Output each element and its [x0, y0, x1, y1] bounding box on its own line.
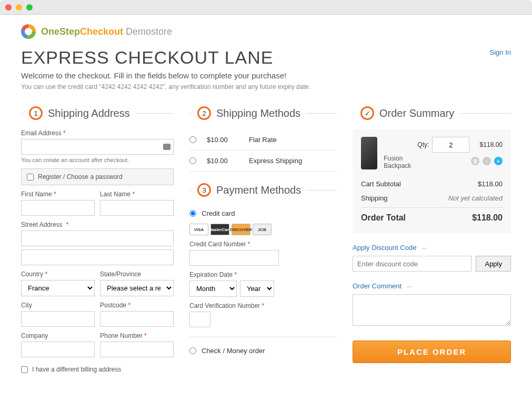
shipping-method-express[interactable]: $10.00 Express Shipping — [189, 151, 337, 172]
express-price: $10.00 — [207, 157, 238, 165]
first-name-label: First Name * — [21, 191, 95, 198]
discount-toggle[interactable]: Apply Discount Code ︿ — [353, 244, 511, 252]
city-input[interactable] — [21, 311, 95, 327]
visa-icon: VISA — [189, 224, 208, 235]
test-card-hint: You can use the credit card "4242 4242 4… — [21, 83, 511, 91]
register-label: Register / Choose a password — [38, 173, 123, 181]
grand-total-label: Order Total — [361, 213, 406, 223]
grand-total-row: Order Total $118.00 — [361, 207, 503, 226]
email-label: Email Address * — [21, 129, 174, 137]
shipping-method-flat-rate[interactable]: $10.00 Flat Rate — [189, 129, 337, 151]
window-minimize-dot[interactable] — [16, 4, 22, 11]
city-label: City — [21, 302, 95, 309]
first-name-input[interactable] — [21, 200, 95, 216]
window-close-dot[interactable] — [5, 4, 12, 11]
cvv-input[interactable] — [189, 312, 210, 327]
mastercard-icon: MasterCard — [210, 224, 229, 235]
shipping-address-title: Shipping Address — [48, 107, 130, 119]
chevron-up-icon: ︿ — [407, 282, 413, 290]
shipping-total-value: Not yet calculated — [448, 194, 503, 202]
logo-text-checkout: Checkout — [80, 26, 123, 37]
page-title: EXPRESS CHECKOUT LANE — [21, 47, 511, 68]
site-logo: OneStepCheckout Demostore — [21, 24, 511, 39]
credit-card-label: Credit card — [202, 209, 235, 217]
place-order-button[interactable]: PLACE ORDER — [353, 340, 511, 363]
shipping-address-head: 1 Shipping Address — [21, 106, 174, 120]
postcode-input[interactable] — [100, 311, 174, 327]
welcome-text: Welcome to the checkout. Fill in the fie… — [21, 71, 511, 80]
street-label: Street Address * — [21, 221, 174, 228]
cvv-label: Card Verification Number * — [189, 302, 337, 309]
apply-discount-button[interactable]: Apply — [476, 256, 511, 272]
step-badge-2: 2 — [197, 106, 211, 120]
cart-item: Fusion Backpack Qty: $118.00 🗑 − + — [361, 137, 503, 169]
register-toggle[interactable]: Register / Choose a password — [21, 168, 174, 185]
sign-in-link[interactable]: Sign In — [490, 48, 511, 56]
subtotal-label: Cart Subtotal — [361, 180, 401, 188]
last-name-label: Last Name * — [100, 191, 174, 198]
payment-divider — [189, 337, 337, 337]
window-maximize-dot[interactable] — [26, 4, 33, 11]
express-name: Express Shipping — [249, 157, 302, 165]
step-badge-check: ✓ — [360, 106, 374, 120]
subtotal-value: $118.00 — [478, 180, 503, 188]
subtotal-row: Cart Subtotal $118.00 — [361, 177, 503, 191]
credit-card-radio[interactable] — [189, 210, 196, 217]
order-comment-textarea[interactable] — [353, 294, 511, 326]
shipping-total-row: Shipping Not yet calculated — [361, 191, 503, 205]
step-badge-1: 1 — [29, 106, 43, 120]
company-input[interactable] — [21, 342, 95, 357]
diff-billing-checkbox[interactable] — [21, 366, 28, 373]
card-brand-icons: VISA MasterCard DISCOVER JCB — [189, 224, 337, 235]
discount-code-input[interactable] — [353, 256, 471, 272]
cc-number-input[interactable] — [189, 250, 279, 266]
shipping-radio-express[interactable] — [189, 157, 196, 164]
payment-method-check[interactable]: Check / Money order — [189, 344, 337, 358]
order-summary-title: Order Summary — [379, 107, 454, 119]
jcb-icon: JCB — [253, 224, 272, 235]
last-name-input[interactable] — [100, 200, 174, 216]
phone-label: Phone Number * — [100, 332, 174, 339]
state-label: State/Province — [100, 270, 174, 278]
qty-input[interactable] — [432, 137, 469, 153]
street-input-2[interactable] — [21, 249, 174, 265]
product-thumbnail — [361, 137, 377, 169]
logo-text-demostore: Demostore — [123, 26, 172, 37]
exp-year-select[interactable]: Year — [240, 280, 274, 297]
exp-date-label: Expiration Date * — [189, 271, 337, 278]
check-money-radio[interactable] — [189, 347, 196, 354]
chevron-up-icon: ︿ — [421, 244, 427, 252]
shipping-methods-title: Shipping Methods — [216, 107, 300, 119]
shipping-radio-flat[interactable] — [189, 136, 196, 143]
shipping-methods-head: 2 Shipping Methods — [189, 106, 337, 120]
state-select[interactable]: Please select a region, state or provinc… — [100, 280, 174, 296]
qty-label: Qty: — [417, 141, 429, 148]
payment-methods-title: Payment Methods — [216, 184, 301, 196]
order-comment-toggle[interactable]: Order Comment ︿ — [353, 282, 511, 290]
shipping-total-label: Shipping — [361, 194, 388, 202]
order-summary-box: Fusion Backpack Qty: $118.00 🗑 − + — [353, 129, 511, 233]
email-input[interactable] — [21, 139, 174, 155]
cc-number-label: Credit Card Number * — [189, 240, 337, 248]
step-badge-3: 3 — [197, 183, 211, 197]
country-select[interactable]: France — [21, 280, 95, 296]
discount-head-label: Apply Discount Code — [353, 244, 416, 252]
payment-method-credit-card[interactable]: Credit card — [189, 206, 337, 220]
autofill-icon — [163, 144, 170, 150]
qty-minus-icon[interactable]: − — [483, 157, 491, 165]
line-total: $118.00 — [480, 141, 503, 148]
exp-month-select[interactable]: Month — [189, 280, 237, 297]
remove-item-icon[interactable]: 🗑 — [471, 157, 479, 165]
flat-rate-name: Flat Rate — [249, 136, 277, 144]
register-checkbox[interactable] — [27, 174, 34, 181]
check-money-label: Check / Money order — [202, 347, 265, 355]
qty-plus-icon[interactable]: + — [494, 157, 503, 165]
street-input-1[interactable] — [21, 230, 174, 246]
flat-rate-price: $10.00 — [207, 136, 238, 144]
logo-icon — [21, 24, 36, 39]
company-label: Company — [21, 332, 95, 339]
phone-input[interactable] — [100, 342, 174, 357]
browser-titlebar — [0, 0, 532, 15]
postcode-label: Postcode * — [100, 302, 174, 309]
order-summary-head: ✓ Order Summary — [353, 106, 511, 120]
